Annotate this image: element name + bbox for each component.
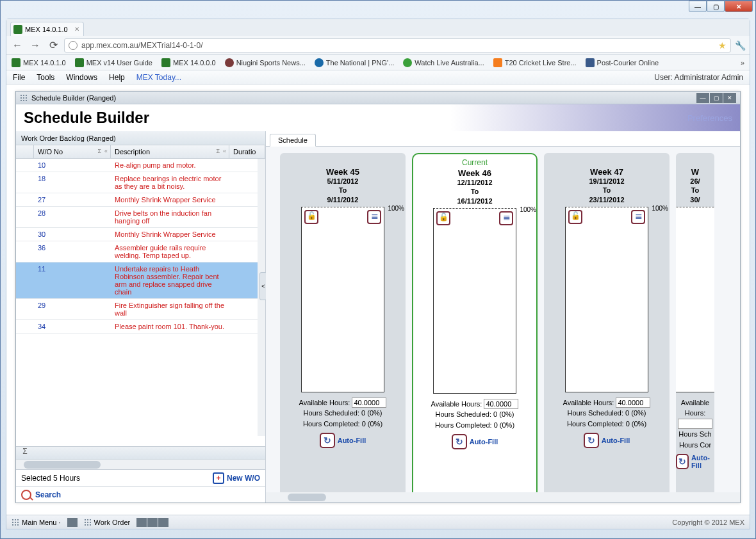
col-description[interactable]: DescriptionΣ« [111, 145, 229, 158]
table-row[interactable]: 11Undertake repairs to Heath Robinson as… [16, 262, 265, 299]
bookmark-favicon [586, 58, 595, 67]
available-hours-input[interactable] [616, 398, 650, 408]
tab-title: MEX 14.0.1.0 [25, 26, 68, 33]
back-button[interactable]: ← [10, 38, 24, 52]
globe-icon [69, 41, 78, 50]
backlog-panel-title: Work Order Backlog (Ranged) [16, 131, 265, 145]
schedule-hscroll[interactable] [266, 492, 740, 503]
settings-wrench-icon[interactable]: 🔧 [735, 40, 746, 51]
wo-number: 18 [34, 172, 111, 193]
autofill-icon [676, 454, 689, 469]
bookmark-item[interactable]: Watch Live Australia... [403, 58, 484, 67]
table-row[interactable]: 28Drive belts on the induction fan hangi… [16, 207, 265, 228]
schedule-panel: < Schedule Week 455/11/2012To9/11/201210… [266, 131, 740, 503]
wo-description: Monthly Shrink Wrapper Service [111, 193, 229, 206]
bookmark-star-icon[interactable]: ★ [718, 40, 727, 51]
available-hours-input[interactable] [678, 419, 712, 429]
col-duration[interactable]: Duratio [229, 145, 265, 158]
menu-windows[interactable]: Windows [66, 73, 97, 82]
forward-button[interactable]: → [28, 38, 42, 52]
search-button[interactable]: Search [16, 486, 265, 503]
reload-button[interactable]: ⟳ [46, 38, 60, 52]
bookmark-item[interactable]: T20 Cricket Live Stre... [493, 58, 577, 67]
table-row[interactable]: 34Please paint room 101. Thank-you. [16, 320, 265, 334]
col-wo-no[interactable]: W/O NoΣ« [34, 145, 111, 158]
subwin-minimize-button[interactable]: — [696, 93, 709, 103]
preferences-link[interactable]: Preferences [687, 113, 732, 123]
autofill-icon [452, 434, 467, 449]
taskbar-icon[interactable] [158, 518, 168, 527]
menu-file[interactable]: File [13, 73, 25, 82]
bookmark-favicon [403, 58, 412, 67]
schedule-canvas: Week 455/11/2012To9/11/2012100%Available… [266, 147, 740, 503]
document-icon[interactable] [499, 211, 513, 225]
menu-help[interactable]: Help [109, 73, 125, 82]
table-row[interactable]: 18Replace bearings in electric motor as … [16, 172, 265, 193]
horizontal-scrollbar[interactable] [16, 459, 265, 469]
browser-tab[interactable]: MEX 14.0.1.0 ✕ [10, 22, 84, 36]
page-title: Schedule Builder [24, 109, 149, 127]
new-wo-button[interactable]: + New W/O [213, 472, 260, 484]
bookmark-item[interactable]: Niugini Sports News... [225, 58, 306, 67]
table-row[interactable]: 29Fire Extinguisher sign falling off the… [16, 299, 265, 320]
subwindow-titlebar[interactable]: Schedule Builder (Ranged) — ▢ ✕ [16, 92, 740, 104]
url-input[interactable]: app.mex.com.au/MEXTrial14-0-1-0/ ★ [64, 38, 731, 52]
table-row[interactable]: 27Monthly Shrink Wrapper Service [16, 193, 265, 207]
bookmark-item[interactable]: MEX 14.0.0.0 [161, 58, 216, 67]
window-minimize-button[interactable] [689, 1, 707, 12]
percent-label: 100% [388, 205, 404, 212]
week-title: Week 46 [458, 168, 491, 178]
tab-schedule[interactable]: Schedule [270, 134, 316, 147]
unlock-icon[interactable] [304, 210, 318, 224]
current-label: Current [462, 158, 488, 168]
bookmark-favicon [315, 58, 324, 67]
week-card[interactable]: Week 455/11/2012To9/11/2012100%Available… [280, 153, 406, 499]
bookmarks-overflow-icon[interactable]: » [741, 59, 744, 67]
address-bar: ← → ⟳ app.mex.com.au/MEXTrial14-0-1-0/ ★… [6, 36, 750, 55]
taskbar-main-menu[interactable]: Main Menu · [12, 519, 61, 526]
wo-number: 10 [34, 159, 111, 172]
bookmark-favicon [12, 58, 21, 67]
window-close-button[interactable] [725, 1, 753, 12]
col-blank[interactable] [16, 145, 34, 158]
autofill-button[interactable]: Auto-Fill [452, 434, 498, 449]
week-dates: 5/11/2012To9/11/2012 [327, 177, 359, 204]
bookmark-item[interactable]: MEX v14 User Guide [75, 58, 152, 67]
bookmark-item[interactable]: MEX 14.0.1.0 [12, 58, 66, 67]
taskbar-restore-icon[interactable] [67, 518, 78, 527]
autofill-button[interactable]: Auto-Fill [584, 433, 630, 448]
grip-icon [20, 94, 28, 102]
wo-description: Assembler guide rails require welding. T… [111, 241, 229, 262]
week-card[interactable]: W26/To30/Available Hours: Hours SchHours… [676, 153, 714, 499]
menu-mex-today[interactable]: MEX Today... [136, 73, 181, 82]
window-maximize-button[interactable] [707, 1, 725, 12]
subwin-maximize-button[interactable]: ▢ [710, 93, 723, 103]
week-dates: 26/To30/ [690, 177, 700, 204]
taskbar-work-order[interactable]: Work Order [84, 519, 131, 526]
bookmark-favicon [75, 58, 84, 67]
unlock-icon[interactable] [568, 210, 582, 224]
week-card[interactable]: Week 4719/11/2012To23/11/2012100%Availab… [544, 153, 670, 499]
week-card[interactable]: CurrentWeek 4612/11/2012To16/11/2012100%… [412, 153, 538, 499]
user-label: User: Administrator Admin [654, 73, 743, 82]
taskbar-icon[interactable] [136, 518, 147, 527]
available-hours-input[interactable] [484, 399, 518, 409]
bookmark-item[interactable]: The National | PNG'... [315, 58, 394, 67]
table-row[interactable]: 36Assembler guide rails require welding.… [16, 241, 265, 262]
backlog-grid-header: W/O NoΣ« DescriptionΣ« Duratio [16, 145, 265, 159]
document-icon[interactable] [631, 210, 645, 224]
tab-close-icon[interactable]: ✕ [74, 26, 79, 33]
subwin-close-button[interactable]: ✕ [723, 93, 736, 103]
bookmark-item[interactable]: Post-Courier Online [586, 58, 659, 67]
autofill-button[interactable]: Auto-Fill [676, 454, 714, 469]
backlog-grid-body[interactable]: 10Re-align pump and motor.18Replace bear… [16, 159, 265, 446]
available-hours-input[interactable] [352, 398, 386, 408]
autofill-button[interactable]: Auto-Fill [320, 433, 366, 448]
wo-number: 36 [34, 241, 111, 262]
document-icon[interactable] [367, 210, 381, 224]
table-row[interactable]: 30Monthly Shrink Wrapper Service [16, 228, 265, 241]
menu-tools[interactable]: Tools [37, 73, 54, 82]
unlock-icon[interactable] [436, 211, 450, 225]
table-row[interactable]: 10Re-align pump and motor. [16, 159, 265, 172]
taskbar-icon[interactable] [147, 518, 158, 527]
